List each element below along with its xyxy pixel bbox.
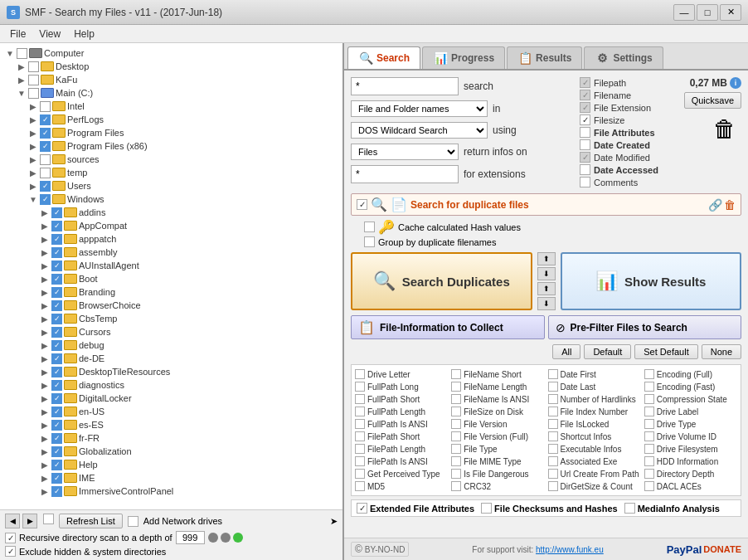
tree-toggle[interactable]: ▶ — [40, 393, 50, 403]
show-results-button[interactable]: 📊 Show Results — [561, 252, 742, 310]
filepath-cb[interactable] — [580, 77, 590, 88]
tree-toggle[interactable]: ▶ — [40, 367, 50, 377]
tree-check[interactable] — [51, 460, 62, 470]
refresh-list-button[interactable]: Refresh List — [59, 514, 123, 528]
grid-checkbox[interactable] — [548, 394, 558, 404]
grid-checkbox[interactable] — [548, 407, 558, 416]
tree-check[interactable] — [40, 114, 51, 125]
tree-item[interactable]: ▼Computer — [3, 46, 339, 60]
tree-toggle[interactable]: ▶ — [40, 407, 50, 416]
maximize-button[interactable]: □ — [697, 4, 718, 21]
tree-item[interactable]: ▶BrowserChoice — [3, 299, 339, 312]
group-dup-cb[interactable] — [364, 236, 375, 247]
grid-checkbox[interactable] — [451, 382, 461, 392]
tree-toggle[interactable]: ▶ — [28, 101, 38, 111]
tree-item[interactable]: ▶sources — [3, 153, 339, 166]
tree-check[interactable] — [51, 340, 62, 351]
size-info-btn[interactable]: i — [730, 77, 741, 89]
grid-checkbox[interactable] — [548, 456, 558, 466]
tree-item[interactable]: ▶Intel — [3, 100, 339, 113]
fileext-cb[interactable] — [580, 102, 590, 113]
grid-checkbox[interactable] — [355, 407, 365, 416]
tree-check[interactable] — [40, 128, 51, 139]
depth-input[interactable] — [176, 531, 205, 544]
tree-toggle[interactable]: ▼ — [17, 88, 27, 98]
dup-arrow-btn3[interactable]: ⬆ — [537, 282, 556, 295]
tree-check[interactable] — [40, 181, 51, 192]
tree-toggle[interactable]: ▶ — [28, 114, 38, 124]
tree-toggle[interactable]: ▶ — [17, 75, 27, 85]
tree-toggle[interactable]: ▶ — [40, 327, 50, 337]
tree-toggle[interactable]: ▶ — [40, 340, 50, 350]
tree-toggle[interactable]: ▼ — [5, 48, 15, 58]
tree-check[interactable] — [51, 274, 62, 285]
tree-item[interactable]: ▶AUInstallAgent — [3, 259, 339, 272]
grid-checkbox[interactable] — [451, 469, 461, 479]
grid-checkbox[interactable] — [548, 481, 558, 491]
tree-toggle[interactable]: ▶ — [28, 181, 38, 191]
tree-item[interactable]: ▶ImmersiveControlPanel — [3, 485, 339, 498]
grid-checkbox[interactable] — [355, 481, 365, 491]
extension-input[interactable] — [351, 165, 459, 183]
tree-check[interactable] — [51, 353, 62, 364]
tree-toggle[interactable]: ▶ — [28, 168, 38, 178]
tree-check[interactable] — [51, 380, 62, 391]
tree-toggle[interactable]: ▶ — [40, 446, 50, 456]
tree-check[interactable] — [51, 420, 62, 431]
tree-check[interactable] — [51, 207, 62, 218]
tree-item[interactable]: ▶DesktopTileResources — [3, 365, 339, 378]
tree-item[interactable]: ▶Help — [3, 458, 339, 471]
tree-item[interactable]: ▶Users — [3, 179, 339, 192]
grid-checkbox[interactable] — [451, 456, 461, 466]
grid-checkbox[interactable] — [451, 481, 461, 491]
tree-item[interactable]: ▶Cursors — [3, 325, 339, 338]
tree-item[interactable]: ▶CbsTemp — [3, 312, 339, 325]
tab-results[interactable]: 📋 Results — [507, 46, 582, 69]
tree-check[interactable] — [51, 407, 62, 417]
ext-file-attrs-cb[interactable] — [357, 503, 367, 514]
grid-checkbox[interactable] — [355, 369, 365, 379]
tree-item[interactable]: ▶en-US — [3, 405, 339, 418]
tree-toggle[interactable]: ▶ — [28, 128, 38, 138]
grid-checkbox[interactable] — [451, 407, 461, 416]
tree-toggle[interactable]: ▼ — [28, 194, 38, 204]
grid-checkbox[interactable] — [548, 469, 558, 479]
tree-check[interactable] — [51, 221, 62, 231]
tree-check[interactable] — [51, 367, 62, 377]
grid-checkbox[interactable] — [548, 419, 558, 429]
grid-checkbox[interactable] — [644, 431, 654, 441]
tree-check[interactable] — [40, 168, 51, 178]
tree-item[interactable]: ▶Branding — [3, 285, 339, 299]
file-info-header[interactable]: 📋 File-Information to Collect — [351, 315, 545, 339]
support-link[interactable]: http://www.funk.eu — [536, 545, 604, 554]
dup-arrow-btn4[interactable]: ⬇ — [537, 297, 556, 310]
grid-checkbox[interactable] — [355, 469, 365, 479]
search-duplicates-button[interactable]: 🔍 Search Duplicates — [351, 252, 532, 310]
search-using-select[interactable]: DOS Wildcard Search RegEx Search Exact M… — [351, 122, 488, 139]
tab-progress[interactable]: 📊 Progress — [422, 46, 505, 69]
menu-file[interactable]: File — [3, 27, 32, 41]
tree-item[interactable]: ▼Main (C:) — [3, 86, 339, 100]
grid-checkbox[interactable] — [548, 444, 558, 454]
tree-nav-btn2[interactable]: ▶ — [22, 514, 37, 528]
tree-item[interactable]: ▶addins — [3, 206, 339, 219]
tree-toggle[interactable]: ▶ — [40, 300, 50, 310]
tree-item[interactable]: ▶IME — [3, 471, 339, 485]
recursive-check2[interactable] — [5, 533, 16, 543]
tree-check[interactable] — [51, 473, 62, 484]
tree-toggle[interactable]: ▶ — [28, 141, 38, 151]
grid-checkbox[interactable] — [355, 394, 365, 404]
tree-item[interactable]: ▶temp — [3, 166, 339, 179]
tree-check[interactable] — [51, 446, 62, 457]
minimize-button[interactable]: — — [673, 4, 695, 21]
tree-toggle[interactable]: ▶ — [40, 274, 50, 284]
exclude-check[interactable] — [5, 546, 16, 557]
dup-arrow-btn2[interactable]: ⬇ — [537, 267, 556, 280]
dup-arrow-btn1[interactable]: ⬆ — [537, 252, 556, 265]
tree-item[interactable]: ▶de-DE — [3, 352, 339, 365]
tree-check[interactable] — [51, 247, 62, 258]
tree-toggle[interactable]: ▶ — [40, 353, 50, 363]
tree-item[interactable]: ▶Desktop — [3, 60, 339, 73]
tree-toggle[interactable]: ▶ — [40, 473, 50, 483]
tree-item[interactable]: ▶Program Files — [3, 126, 339, 139]
